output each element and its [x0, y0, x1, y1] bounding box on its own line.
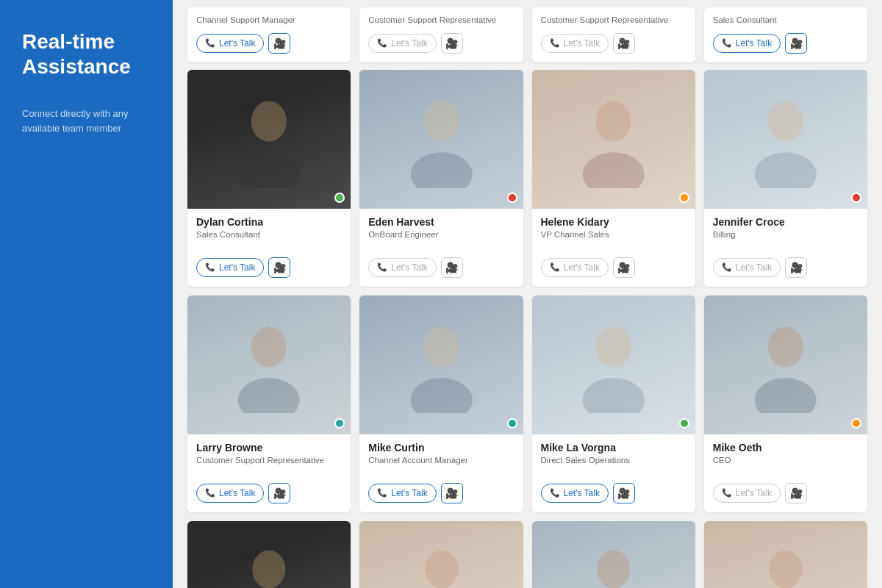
video-button[interactable]: 🎥: [613, 257, 635, 278]
team-card: Mily Rahman: [359, 521, 523, 588]
card-actions: 📞 Let's Talk 🎥: [713, 483, 858, 503]
svg-point-6: [768, 101, 803, 142]
card-actions: 📞 Let's Talk 🎥: [368, 257, 514, 278]
video-button[interactable]: 🎥: [785, 33, 807, 54]
phone-icon: 📞: [550, 262, 560, 272]
svg-point-22: [769, 551, 802, 588]
video-icon: 🎥: [617, 487, 630, 499]
team-card: Mike Curtin Channel Account Manager 📞 Le…: [359, 295, 523, 512]
video-button[interactable]: 🎥: [268, 33, 290, 54]
photo-placeholder: [532, 70, 695, 209]
team-card: Larry Browne Customer Support Representa…: [187, 295, 351, 512]
phone-icon: 📞: [377, 488, 387, 498]
video-button[interactable]: 🎥: [785, 257, 807, 278]
card-actions: 📞 Let's Talk 🎥: [713, 33, 858, 54]
partial-role-3: Customer Support Representative: [541, 15, 686, 26]
talk-button[interactable]: 📞 Let's Talk: [713, 34, 781, 53]
phone-icon: 📞: [550, 488, 560, 498]
card-photo: [187, 70, 351, 209]
team-card: Rachelle Solomon: [704, 521, 867, 588]
svg-point-2: [423, 101, 459, 142]
talk-button[interactable]: 📞 Let's Talk: [368, 34, 436, 53]
svg-point-8: [251, 327, 287, 368]
member-role: CEO: [713, 455, 858, 476]
video-button[interactable]: 🎥: [613, 33, 635, 54]
photo-placeholder: [187, 521, 351, 588]
talk-button[interactable]: 📞 Let's Talk: [541, 484, 609, 503]
photo-placeholder: [532, 521, 695, 588]
talk-button[interactable]: 📞 Let's Talk: [713, 484, 781, 503]
video-icon: 🎥: [445, 487, 458, 499]
sidebar-title: Real-time Assistance: [22, 29, 151, 79]
photo-placeholder: [704, 70, 867, 209]
talk-button[interactable]: 📞 Let's Talk: [541, 34, 609, 53]
card-info: Mike La Vorgna Direct Sales Operations 📞…: [532, 434, 695, 512]
svg-point-12: [596, 327, 631, 368]
talk-button[interactable]: 📞 Let's Talk: [368, 484, 436, 503]
status-indicator: [334, 193, 345, 203]
card-actions: 📞 Let's Talk 🎥: [368, 33, 514, 54]
card-actions: 📞 Let's Talk 🎥: [541, 33, 686, 54]
card-photo: [704, 70, 867, 209]
video-icon: 🎥: [273, 37, 286, 49]
video-button[interactable]: 🎥: [268, 257, 290, 278]
partial-role-2: Customer Support Representative: [368, 15, 514, 26]
video-icon: 🎥: [790, 37, 803, 49]
svg-point-9: [238, 378, 300, 413]
video-icon: 🎥: [445, 37, 458, 49]
card-photo: [704, 295, 867, 434]
video-button[interactable]: 🎥: [441, 33, 463, 54]
member-name: Helene Kidary: [541, 216, 686, 228]
card-info: Eden Harvest OnBoard Engineer 📞 Let's Ta…: [359, 209, 523, 287]
video-button[interactable]: 🎥: [785, 483, 807, 503]
phone-icon: 📞: [205, 38, 215, 48]
team-card: Paul Jacobsen: [532, 521, 695, 588]
card-photo: [704, 521, 867, 588]
team-card: Eden Harvest OnBoard Engineer 📞 Let's Ta…: [359, 70, 523, 287]
photo-placeholder: [532, 295, 695, 434]
talk-button[interactable]: 📞 Let's Talk: [541, 258, 609, 277]
status-indicator: [851, 418, 861, 429]
svg-point-1: [238, 152, 300, 187]
card-photo: [532, 295, 695, 434]
photo-placeholder: [187, 70, 351, 209]
video-button[interactable]: 🎥: [441, 257, 463, 278]
talk-button[interactable]: 📞 Let's Talk: [368, 258, 436, 277]
status-indicator: [507, 418, 517, 429]
card-actions: 📞 Let's Talk 🎥: [196, 483, 342, 503]
svg-point-11: [410, 378, 472, 413]
member-role: VP Channel Sales: [541, 229, 686, 250]
member-name: Mike Curtin: [368, 442, 514, 453]
team-card: Dylan Cortina Sales Consultant 📞 Let's T…: [187, 70, 351, 287]
phone-icon: 📞: [722, 262, 732, 272]
team-card: Mike Oeth CEO 📞 Let's Talk 🎥: [704, 295, 867, 512]
team-card: Helene Kidary VP Channel Sales 📞 Let's T…: [532, 70, 695, 287]
svg-point-10: [423, 327, 459, 368]
card-photo: [359, 295, 523, 434]
partial-card-1: Channel Support Manager 📞 Let's Talk 🎥: [187, 7, 351, 62]
video-button[interactable]: 🎥: [268, 483, 290, 503]
card-photo: [187, 521, 351, 588]
svg-point-20: [597, 551, 630, 588]
talk-button[interactable]: 📞 Let's Talk: [196, 258, 264, 277]
svg-point-4: [596, 101, 631, 142]
photo-placeholder: [704, 521, 867, 588]
video-button[interactable]: 🎥: [441, 483, 463, 503]
talk-button[interactable]: 📞 Let's Talk: [196, 34, 264, 53]
talk-button[interactable]: 📞 Let's Talk: [196, 484, 264, 503]
team-card: Mike Steiner: [187, 521, 351, 588]
svg-point-16: [252, 551, 285, 588]
member-name: Eden Harvest: [368, 216, 514, 228]
video-button[interactable]: 🎥: [613, 483, 635, 503]
phone-icon: 📞: [377, 38, 387, 48]
phone-icon: 📞: [722, 38, 732, 48]
photo-placeholder: [359, 70, 523, 209]
phone-icon: 📞: [205, 262, 215, 272]
member-role: OnBoard Engineer: [368, 229, 514, 250]
svg-point-14: [768, 327, 803, 368]
card-photo: [359, 521, 523, 588]
card-photo: [532, 70, 695, 209]
partial-role-4: Sales Consultant: [713, 15, 858, 26]
talk-button[interactable]: 📞 Let's Talk: [713, 258, 781, 277]
video-icon: 🎥: [790, 487, 803, 499]
